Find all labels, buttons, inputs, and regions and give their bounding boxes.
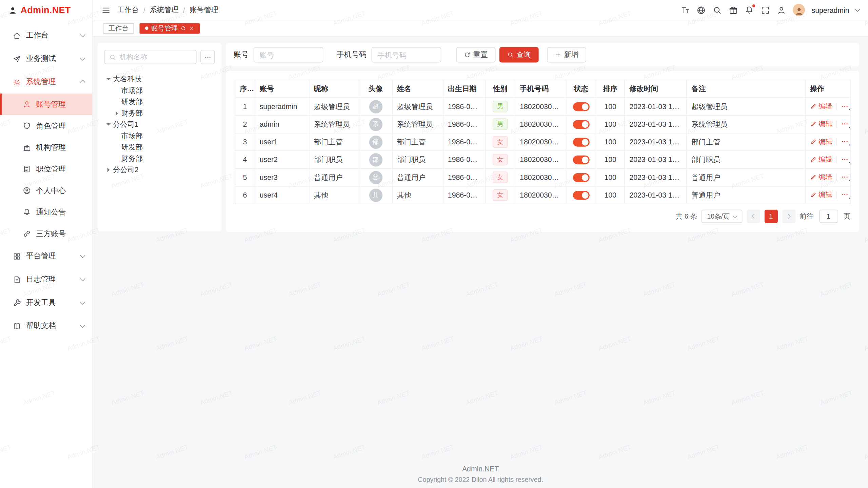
right-column: 账号 手机号码 重置 查询 新增 xyxy=(226,43,859,232)
more-options-button[interactable] xyxy=(200,50,215,64)
sidebar-item-dev-tools[interactable]: 开发工具 xyxy=(0,291,93,314)
status-toggle[interactable] xyxy=(573,173,589,182)
add-label: 新增 xyxy=(564,50,578,60)
tree-node[interactable]: 研发部 xyxy=(104,96,215,107)
sidebar-item-system-management[interactable]: 系统管理 xyxy=(0,70,93,94)
more-actions-button[interactable] xyxy=(841,173,848,181)
edit-button[interactable]: 编辑 xyxy=(810,119,832,129)
more-actions-button[interactable] xyxy=(841,191,848,199)
sidebar-item-position-management[interactable]: 职位管理 xyxy=(0,158,93,180)
page-size-select[interactable]: 10条/页 xyxy=(702,210,742,223)
tree-node[interactable]: 市场部 xyxy=(104,85,215,96)
refresh-icon[interactable] xyxy=(180,25,186,31)
caret-right-icon[interactable] xyxy=(107,168,110,172)
cell-remark: 超级管理员 xyxy=(687,98,805,115)
font-size-icon[interactable] xyxy=(680,5,690,15)
caret-down-icon[interactable] xyxy=(106,78,111,81)
notification-bell-icon[interactable] xyxy=(745,5,754,15)
tree-node[interactable]: 财务部 xyxy=(104,108,215,119)
breadcrumb-item[interactable]: 系统管理 xyxy=(150,5,179,15)
username[interactable]: superadmin xyxy=(812,6,849,14)
tab-account-management[interactable]: 账号管理 xyxy=(139,23,200,34)
org-search-input[interactable] xyxy=(120,53,192,61)
add-button[interactable]: 新增 xyxy=(547,47,586,63)
reset-button[interactable]: 重置 xyxy=(456,47,495,63)
edit-button[interactable]: 编辑 xyxy=(810,102,832,111)
edit-button[interactable]: 编辑 xyxy=(810,172,832,182)
sidebar-item-help-docs[interactable]: 帮助文档 xyxy=(0,314,93,338)
phone-input[interactable] xyxy=(372,47,441,63)
cell-name: 部门主管 xyxy=(392,133,443,151)
user-avatar[interactable] xyxy=(793,4,805,16)
status-toggle[interactable] xyxy=(573,102,589,111)
cell-birth: 1986-06-28 xyxy=(443,186,485,204)
more-actions-button[interactable] xyxy=(841,156,848,163)
tree-node[interactable]: 市场部 xyxy=(104,130,215,142)
page-1-button[interactable]: 1 xyxy=(764,210,777,223)
cell-actions: 编辑 xyxy=(805,115,851,133)
cell-actions: 编辑 xyxy=(805,151,851,168)
breadcrumb-item[interactable]: 工作台 xyxy=(117,5,139,15)
theme-icon[interactable] xyxy=(729,5,738,15)
logo[interactable]: Admin.NET xyxy=(0,0,93,20)
cell-index: 1 xyxy=(235,98,255,115)
prev-page-button[interactable] xyxy=(747,210,760,223)
edit-button[interactable]: 编辑 xyxy=(810,137,832,146)
close-icon[interactable] xyxy=(189,25,194,31)
column-header-modified: 修改时间 xyxy=(625,80,687,98)
sidebar-item-third-party-account[interactable]: 三方账号 xyxy=(0,223,93,245)
tab-label: 工作台 xyxy=(108,23,129,33)
status-toggle[interactable] xyxy=(573,155,589,164)
status-toggle[interactable] xyxy=(573,191,589,200)
sidebar-item-label: 通知公告 xyxy=(36,207,66,217)
tree-node[interactable]: 财务部 xyxy=(104,153,215,164)
sidebar-item-account-management[interactable]: 账号管理 xyxy=(0,94,93,115)
sidebar-item-notice-announcement[interactable]: 通知公告 xyxy=(0,201,93,223)
sidebar-item-workbench[interactable]: 工作台 xyxy=(0,24,93,47)
edit-icon xyxy=(810,121,817,127)
fullscreen-icon[interactable] xyxy=(761,5,770,15)
more-actions-button[interactable] xyxy=(841,138,848,146)
sidebar-item-business-test[interactable]: 业务测试 xyxy=(0,47,93,70)
footer-copyright: Copyright © 2022 Dilon All rights reserv… xyxy=(93,476,868,484)
language-icon[interactable] xyxy=(696,5,706,15)
next-page-button[interactable] xyxy=(782,210,795,223)
refresh-icon xyxy=(464,52,471,58)
edit-button[interactable]: 编辑 xyxy=(810,190,832,200)
more-actions-button[interactable] xyxy=(841,120,848,128)
tab-workbench[interactable]: 工作台 xyxy=(103,23,134,34)
breadcrumb-item[interactable]: 账号管理 xyxy=(190,5,218,15)
sidebar-item-org-management[interactable]: 机构管理 xyxy=(0,137,93,158)
edit-button[interactable]: 编辑 xyxy=(810,155,832,164)
org-icon xyxy=(23,143,31,151)
cell-actions: 编辑 xyxy=(805,186,851,204)
sidebar-item-label: 帮助文档 xyxy=(26,321,76,331)
status-toggle[interactable] xyxy=(573,120,589,129)
gender-badge: 男 xyxy=(493,101,508,113)
account-input[interactable] xyxy=(254,47,323,63)
caret-right-icon[interactable] xyxy=(116,111,118,116)
sidebar-item-role-management[interactable]: 角色管理 xyxy=(0,115,93,137)
sidebar-item-log-management[interactable]: 日志管理 xyxy=(0,268,93,291)
goto-page-input[interactable] xyxy=(819,210,838,223)
column-header-phone: 手机号码 xyxy=(515,80,566,98)
cell-nickname: 超级管理员 xyxy=(309,98,359,115)
edit-icon xyxy=(810,174,817,180)
more-actions-button[interactable] xyxy=(841,102,848,110)
tree-node[interactable]: 研发部 xyxy=(104,142,215,153)
tree-node[interactable]: 分公司1 xyxy=(104,119,215,130)
global-search-icon[interactable] xyxy=(712,5,722,15)
test-icon xyxy=(13,55,21,63)
sidebar-item-personal-center[interactable]: 个人中心 xyxy=(0,180,93,202)
tree-node[interactable]: 分公司2 xyxy=(104,164,215,176)
caret-spacer xyxy=(116,157,118,161)
menu-collapse-icon[interactable] xyxy=(101,5,111,15)
sidebar-item-label: 业务测试 xyxy=(26,54,76,63)
user-panel-icon[interactable] xyxy=(777,5,786,15)
tree-node[interactable]: 大名科技 xyxy=(104,74,215,85)
sidebar-item-platform-management[interactable]: 平台管理 xyxy=(0,245,93,268)
org-tree: 大名科技市场部研发部财务部分公司1市场部研发部财务部分公司2 xyxy=(104,74,215,176)
status-toggle[interactable] xyxy=(573,138,589,146)
search-button[interactable]: 查询 xyxy=(499,47,539,63)
caret-down-icon[interactable] xyxy=(106,124,111,126)
